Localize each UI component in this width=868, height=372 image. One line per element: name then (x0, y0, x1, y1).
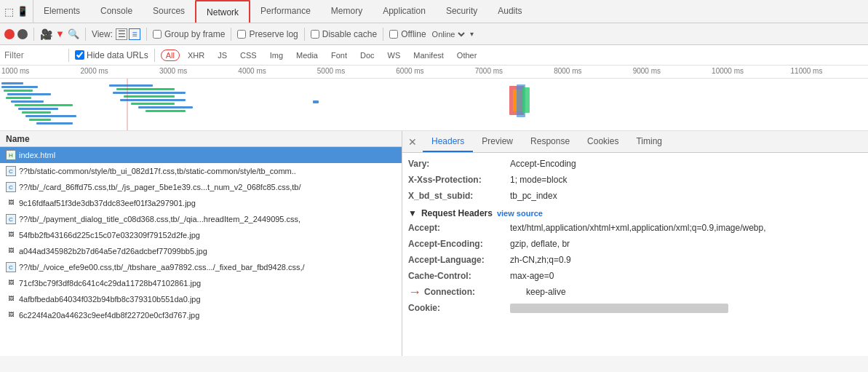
hide-data-urls-checkbox[interactable] (75, 50, 84, 60)
tab-network[interactable]: Network (195, 0, 250, 23)
file-list-item[interactable]: C??/tb/_/payment_dialog_title_c08d368.cs… (0, 211, 402, 227)
file-name: a044ad345982b2b7d64a5e7d26adcbef77099bb5… (19, 247, 207, 256)
view-source-link[interactable]: view source (497, 209, 543, 218)
file-name: 4afbfbedab64034f032b94bfb8c379310b551da0… (19, 295, 201, 304)
request-headers-section: ▼Request Headersview source (408, 204, 862, 220)
css-icon: C (6, 214, 16, 224)
devtools-icons: ⬚ 📱 (0, 0, 33, 23)
tab-preview[interactable]: Preview (473, 131, 522, 152)
file-name: 71cf3bc79f3df8dc641c4c29da11728b47102861… (19, 279, 201, 288)
tick-4000: 4000 ms (236, 67, 315, 75)
name-header: Name (0, 131, 402, 147)
file-list-item[interactable]: 🖼a044ad345982b2b7d64a5e7d26adcbef77099bb… (0, 243, 402, 259)
filter-doc-button[interactable]: Doc (355, 50, 380, 61)
file-name: 6c224f4a20a44623c9eef4db8f22720e0cf3d767… (19, 311, 199, 320)
svg-rect-11 (36, 122, 73, 124)
waterfall-view-icon[interactable]: ≡ (129, 28, 140, 40)
filter-xhr-button[interactable]: XHR (183, 50, 210, 61)
response-header-name: X_bd_st_subid: (408, 189, 510, 202)
css-icon: C (6, 182, 16, 192)
tab-elements[interactable]: Elements (33, 0, 90, 23)
svg-rect-12 (109, 84, 153, 87)
svg-rect-1 (1, 86, 38, 88)
file-list-item[interactable]: Hindex.html (0, 147, 402, 163)
close-panel-button[interactable]: ✕ (405, 135, 420, 149)
sep4 (231, 28, 231, 41)
filter-media-button[interactable]: Media (291, 50, 323, 61)
disable-cache-group: Disable cache (311, 29, 377, 39)
filter-js-button[interactable]: JS (212, 50, 232, 61)
filter-img-button[interactable]: Img (265, 50, 288, 61)
tick-8000: 8000 ms (552, 67, 631, 75)
file-name: index.html (19, 151, 55, 159)
tab-headers[interactable]: Headers (423, 131, 473, 152)
disable-cache-checkbox[interactable] (311, 30, 319, 39)
filter-ws-button[interactable]: WS (383, 50, 406, 61)
request-header-name: Connection: (424, 285, 526, 298)
request-header-name: Accept: (408, 221, 510, 234)
search-icon[interactable]: 🔍 (68, 28, 79, 39)
svg-rect-9 (25, 115, 76, 117)
tab-performance[interactable]: Performance (250, 0, 321, 23)
file-list[interactable]: Hindex.htmlC??tb/static-common/style/tb_… (0, 147, 402, 356)
file-name: ??/tb/_/card_86ffd75.css,tb/_/js_pager_5… (19, 183, 301, 191)
right-content[interactable]: Vary:Accept-EncodingX-Xss-Protection:1; … (402, 153, 868, 356)
filter-all-button[interactable]: All (161, 50, 180, 61)
img-icon: 🖼 (6, 294, 16, 304)
throttle-dropdown-arrow[interactable]: ▾ (470, 30, 474, 38)
file-list-item[interactable]: 🖼54fbb2fb43166d225c15c07e032309f79152d2f… (0, 227, 402, 243)
timeline-chart (0, 79, 868, 131)
svg-rect-19 (146, 110, 186, 112)
filter-font-button[interactable]: Font (326, 50, 352, 61)
svg-rect-14 (113, 92, 186, 94)
inspect-icon[interactable]: ⬚ (4, 6, 14, 17)
svg-rect-24 (522, 87, 530, 113)
img-icon: 🖼 (6, 198, 16, 208)
tab-sources[interactable]: Sources (143, 0, 195, 23)
hide-data-urls-label: Hide data URLs (87, 50, 148, 60)
throttle-select[interactable]: Online (429, 29, 467, 39)
tab-cookies[interactable]: Cookies (578, 131, 627, 152)
file-list-item[interactable]: 🖼4afbfbedab64034f032b94bfb8c379310b551da… (0, 291, 402, 307)
file-list-item[interactable]: 🖼6c224f4a20a44623c9eef4db8f22720e0cf3d76… (0, 307, 402, 323)
tab-audits[interactable]: Audits (487, 0, 532, 23)
tab-security[interactable]: Security (436, 0, 487, 23)
request-header-value: text/html,application/xhtml+xml,applicat… (510, 221, 862, 234)
sep5 (304, 28, 305, 41)
stop-button[interactable] (17, 29, 28, 39)
list-view-icon[interactable]: ☰ (116, 28, 127, 40)
tab-response[interactable]: Response (522, 131, 578, 152)
offline-checkbox[interactable] (389, 30, 398, 39)
file-list-item[interactable]: 🖼71cf3bc79f3df8dc641c4c29da11728b4710286… (0, 275, 402, 291)
svg-rect-10 (29, 119, 51, 121)
tab-timing[interactable]: Timing (627, 131, 671, 152)
file-name: ??tb/static-common/style/tb_ui_082d17f.c… (19, 167, 296, 175)
tick-9000: 9000 ms (632, 67, 710, 75)
img-icon: 🖼 (6, 278, 16, 288)
request-header-row: Cache-Control:max-age=0 (408, 268, 862, 284)
filter-manifest-button[interactable]: Manifest (408, 50, 449, 61)
file-name: 9c16fdfaaf51f3de3db37ddc83eef01f3a297901… (19, 199, 196, 207)
filter-input[interactable] (4, 50, 63, 60)
preserve-log-checkbox[interactable] (237, 30, 246, 39)
file-list-item[interactable]: C??/tb/_/voice_efe9e00.css,tb/_/tbshare_… (0, 259, 402, 275)
filter-icon[interactable]: ▼ (55, 28, 65, 39)
tab-console[interactable]: Console (90, 0, 143, 23)
svg-rect-18 (138, 106, 193, 108)
sep6 (383, 28, 383, 41)
file-list-item[interactable]: C??/tb/_/card_86ffd75.css,tb/_/js_pager_… (0, 179, 402, 195)
camera-icon[interactable]: 🎥 (40, 28, 52, 40)
group-by-frame-checkbox[interactable] (153, 30, 162, 39)
disable-cache-label: Disable cache (322, 29, 377, 39)
tab-application[interactable]: Application (373, 0, 436, 23)
tab-bar: ⬚ 📱 Elements Console Sources Network Per… (0, 0, 868, 23)
filter-css-button[interactable]: CSS (235, 50, 262, 61)
response-header-row: Vary:Accept-Encoding (408, 156, 862, 172)
tab-memory[interactable]: Memory (321, 0, 373, 23)
device-icon[interactable]: 📱 (17, 6, 28, 17)
file-list-item[interactable]: 🖼9c16fdfaaf51f3de3db37ddc83eef01f3a29790… (0, 195, 402, 211)
svg-rect-13 (116, 88, 175, 90)
filter-other-button[interactable]: Other (452, 50, 482, 61)
record-button[interactable] (4, 29, 15, 39)
file-list-item[interactable]: C??tb/static-common/style/tb_ui_082d17f.… (0, 163, 402, 179)
